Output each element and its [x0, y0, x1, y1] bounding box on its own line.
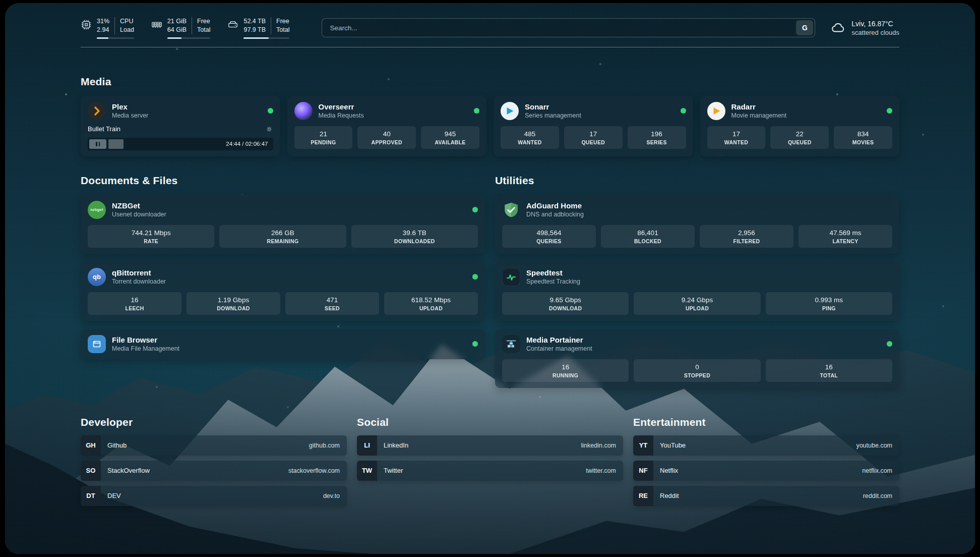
link-badge: YT — [633, 435, 653, 456]
ram-free: 21 GiB — [167, 17, 187, 26]
link-row[interactable]: LILinkedInlinkedin.com — [357, 435, 623, 456]
link-row[interactable]: GHGithubgithub.com — [81, 435, 347, 456]
stat-label: WANTED — [709, 139, 764, 145]
app-name: Sonarr — [525, 102, 581, 111]
card-header: qb qBittorrent Torrent downloader — [88, 268, 478, 286]
disk-metric-body: 52.4 TB 97.9 TB Free Total — [243, 17, 289, 39]
link-name: Twitter — [384, 467, 403, 474]
ram-unit-top: Free — [197, 17, 210, 26]
adguard-card[interactable]: AdGuard Home DNS and adblocking 498,564Q… — [495, 195, 899, 254]
stat-label: RATE — [90, 238, 212, 244]
stat-label: DOWNLOAD — [189, 305, 278, 311]
stat-value: 16 — [768, 363, 890, 371]
app-meta: Radarr Movie management — [731, 102, 787, 119]
stat-value: 1.19 Gbps — [189, 296, 278, 304]
portainer-card[interactable]: Media Portainer Container management 16R… — [495, 329, 899, 388]
adguard-icon — [502, 201, 520, 219]
stat-box: 16RUNNING — [502, 359, 629, 382]
stats-row: 498,564QUERIES86,401BLOCKED2,956FILTERED… — [502, 225, 892, 248]
radarr-card[interactable]: Radarr Movie management 17WANTED22QUEUED… — [700, 96, 900, 156]
card-header: Sonarr Series management — [501, 102, 686, 120]
card-header: nzbget NZBGet Usenet downloader — [88, 201, 478, 219]
stat-label: QUEUED — [772, 139, 827, 145]
player-bar[interactable]: 24:44 / 02:06:47 — [88, 138, 273, 150]
search-engine-button[interactable]: G — [796, 20, 813, 35]
plex-card[interactable]: Plex Media server Bullet Train 24:44 / 0 — [81, 96, 280, 156]
header-divider — [81, 47, 899, 47]
disk-free: 52.4 TB — [243, 17, 266, 26]
stats-row: 16LEECH1.19 GbpsDOWNLOAD471SEED618.52 Mb… — [88, 292, 478, 315]
stat-box: 86,401BLOCKED — [601, 225, 695, 248]
stat-label: DOWNLOAD — [504, 305, 627, 311]
stat-box: 47.569 msLATENCY — [799, 225, 892, 248]
link-row[interactable]: YTYouTubeyoutube.com — [633, 435, 899, 456]
pause-button[interactable] — [89, 139, 106, 149]
link-url: github.com — [309, 442, 347, 449]
speedtest-card[interactable]: Speedtest Speedtest Tracking 9.65 GbpsDO… — [495, 262, 899, 321]
status-dot — [887, 108, 892, 114]
stat-label: AVAILABLE — [423, 139, 477, 145]
search-input[interactable] — [324, 24, 796, 32]
stat-value: 22 — [772, 130, 827, 138]
plex-icon — [88, 102, 106, 120]
section-title-utilities: Utilities — [495, 175, 899, 187]
app-desc: Container management — [526, 345, 592, 352]
stat-value: 47.569 ms — [801, 229, 890, 237]
stat-value: 196 — [630, 130, 684, 138]
media-cards-row: Plex Media server Bullet Train 24:44 / 0 — [81, 96, 899, 156]
stat-label: QUERIES — [504, 238, 594, 244]
filebrowser-icon — [88, 335, 106, 353]
player-progress-fill — [108, 139, 124, 149]
now-playing-title: Bullet Train — [88, 125, 120, 133]
stats-row: 485WANTED17QUEUED196SERIES — [501, 126, 686, 149]
developer-section: Developer GHGithubgithub.comSOStackOverf… — [81, 416, 347, 506]
portainer-icon — [502, 335, 520, 353]
app-meta: File Browser Media File Management — [112, 336, 179, 352]
developer-links: GHGithubgithub.comSOStackOverflowstackov… — [81, 435, 347, 506]
stat-value: 9.65 Gbps — [504, 296, 627, 304]
app-meta: qBittorrent Torrent downloader — [112, 268, 166, 285]
stat-label: STOPPED — [636, 372, 758, 378]
stat-label: PING — [768, 305, 890, 311]
stat-label: LEECH — [90, 305, 179, 311]
qbittorrent-card[interactable]: qb qBittorrent Torrent downloader 16LEEC… — [81, 262, 485, 321]
filebrowser-card[interactable]: File Browser Media File Management — [81, 329, 485, 359]
sonarr-icon — [501, 102, 519, 120]
sonarr-card[interactable]: Sonarr Series management 485WANTED17QUEU… — [494, 96, 693, 156]
app-name: Radarr — [731, 102, 787, 111]
app-desc: Media File Management — [112, 345, 179, 352]
ram-metric: 21 GiB 64 GiB Free Total — [151, 17, 211, 39]
stats-row: 21PENDING40APPROVED945AVAILABLE — [294, 126, 480, 149]
section-title-documents: Documents & Files — [81, 175, 485, 187]
cpu-metric-body: 31% 2.94 CPU Load — [97, 17, 134, 39]
disk-metric: 52.4 TB 97.9 TB Free Total — [227, 17, 289, 39]
settings-gear-icon[interactable] — [265, 125, 273, 133]
app-desc: Media server — [112, 112, 148, 119]
link-row[interactable]: DTDEVdev.to — [81, 486, 347, 506]
stat-value: 945 — [423, 130, 477, 138]
stat-box: 945AVAILABLE — [421, 126, 479, 149]
app-name: AdGuard Home — [526, 201, 584, 210]
app-meta: NZBGet Usenet downloader — [112, 201, 166, 218]
status-dot — [887, 341, 892, 347]
app-name: Plex — [112, 102, 148, 111]
app-desc: Movie management — [731, 112, 787, 119]
app-desc: Usenet downloader — [112, 211, 166, 218]
link-badge: GH — [81, 435, 101, 456]
stat-value: 39.6 TB — [353, 229, 476, 237]
link-row[interactable]: SOStackOverflowstackoverflow.com — [81, 461, 347, 481]
link-name: Netflix — [660, 467, 678, 474]
stat-value: 21 — [296, 130, 351, 138]
ram-unit-bottom: Total — [197, 26, 210, 34]
link-name: DEV — [107, 492, 121, 499]
link-row[interactable]: NFNetflixnetflix.com — [633, 461, 899, 481]
cpu-icon — [81, 19, 92, 30]
nzbget-card[interactable]: nzbget NZBGet Usenet downloader 744.21 M… — [81, 195, 485, 254]
link-row[interactable]: RERedditreddit.com — [633, 486, 899, 506]
overseerr-card[interactable]: Overseerr Media Requests 21PENDING40APPR… — [287, 96, 487, 156]
stat-box: 744.21 MbpsRATE — [88, 225, 214, 248]
stat-box: 498,564QUERIES — [502, 225, 596, 248]
link-row[interactable]: TWTwittertwitter.com — [357, 461, 623, 481]
stat-label: RUNNING — [504, 372, 627, 378]
stat-box: 17WANTED — [707, 126, 766, 149]
